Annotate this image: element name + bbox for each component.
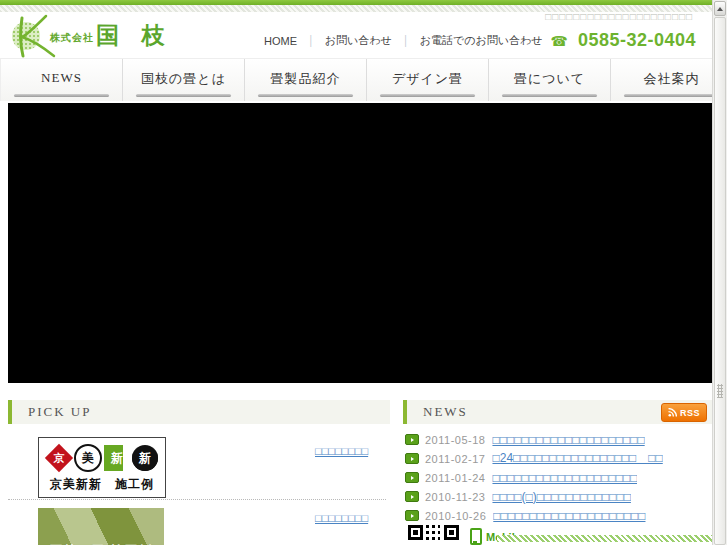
news-row: 2011-01-24 □□□□□□□□□□□□□□□□□□□□: [405, 468, 713, 487]
news-section-header: NEWS RSS: [403, 400, 713, 424]
news-date: 2011-01-24: [425, 472, 485, 484]
news-bullet-icon: [405, 491, 419, 502]
pickup-divider: [8, 499, 386, 500]
company-logo[interactable]: 株式会社 国 枝: [8, 14, 178, 58]
kyoubishinshin-logos: 京 美 新 新: [39, 444, 165, 472]
pickup-item2-link[interactable]: □□□□□□□□: [315, 512, 368, 524]
tab-underline-bar: [136, 94, 230, 97]
news-bullet-icon: [405, 434, 419, 445]
qr-modules: [426, 525, 440, 540]
utility-nav: HOME ｜ お問い合わせ ｜ お電話でのお問い合わせ ☎ 0585-32-04…: [264, 30, 696, 51]
news-row: 2010-10-26 □□□□□□□□□□□□□□□□□□□□□: [405, 506, 713, 525]
news-bullet-icon: [405, 510, 419, 521]
qr-code: [408, 525, 460, 545]
news-link[interactable]: □□□□□□□□□□□□□□□□□□□□□: [492, 433, 644, 447]
news-row: 2010-11-23 □□□□(□)□□□□□□□□□□□□□: [405, 487, 713, 506]
site-header: 株式会社 国 枝 □□□□□□□□□□□□□□□□□□□□□ HOME ｜ お問…: [0, 12, 713, 58]
news-link[interactable]: □□□□(□)□□□□□□□□□□□□□: [492, 490, 630, 504]
news-link[interactable]: □24□□□□□□□□□□□□□□□□□ □□: [492, 450, 662, 467]
pickup-title: PICK UP: [12, 400, 390, 424]
phone-number: 0585-32-0404: [578, 30, 696, 51]
separator: ｜: [400, 32, 412, 49]
pickup-item1-caption: 京美新新 施工例: [39, 476, 165, 493]
nav-tab-about-tatami[interactable]: 国枝の畳とは: [123, 59, 245, 101]
mobile-phone-icon: [470, 528, 482, 545]
shin-square-icon: 新: [104, 445, 130, 471]
main-nav: NEWS 国枝の畳とは 畳製品紹介 デザイン畳 畳について 会社案内: [0, 58, 727, 101]
page: 株式会社 国 枝 □□□□□□□□□□□□□□□□□□□□□ HOME ｜ お問…: [0, 0, 727, 545]
news-bullet-icon: [405, 453, 419, 464]
nav-tab-products[interactable]: 畳製品紹介: [245, 59, 367, 101]
contact-link[interactable]: お問い合わせ: [325, 33, 392, 48]
news-list: 2011-05-18 □□□□□□□□□□□□□□□□□□□□□ 2011-02…: [405, 430, 713, 525]
pickup-item-kunieda-works-banner[interactable]: 国枝の畳 施工例: [38, 508, 164, 545]
shin-blackcircle-icon: 新: [132, 445, 158, 471]
news-bullet-icon: [405, 472, 419, 483]
header-tagline: □□□□□□□□□□□□□□□□□□□□□: [545, 11, 693, 22]
news-date: 2010-11-23: [425, 491, 485, 503]
news-date: 2010-10-26: [425, 510, 486, 522]
mobile-decorative-strip: [497, 535, 713, 542]
kyo-diamond-icon: 京: [45, 444, 73, 472]
home-link[interactable]: HOME: [264, 35, 297, 47]
hero-banner[interactable]: [8, 103, 713, 383]
qr-finder-icon: [408, 525, 423, 540]
qr-finder-icon: [444, 525, 459, 540]
news-row: 2011-05-18 □□□□□□□□□□□□□□□□□□□□□: [405, 430, 713, 449]
phone-icon: ☎: [550, 33, 567, 49]
scrollbar-thumb[interactable]: [714, 17, 726, 545]
news-link[interactable]: □□□□□□□□□□□□□□□□□□□□: [492, 471, 637, 485]
tab-underline-bar: [380, 94, 474, 97]
nav-tab-news[interactable]: NEWS: [0, 59, 123, 101]
news-date: 2011-02-17: [425, 453, 485, 465]
nav-tab-company[interactable]: 会社案内: [611, 59, 727, 101]
bi-circle-icon: 美: [74, 444, 102, 472]
company-prefix: 株式会社: [50, 31, 94, 45]
news-link[interactable]: □□□□□□□□□□□□□□□□□□□□□: [493, 509, 645, 523]
tab-underline-bar: [14, 94, 108, 97]
rss-label: RSS: [680, 408, 700, 418]
scrollbar-grip-icon: [717, 384, 723, 398]
tab-underline-bar: [258, 94, 352, 97]
pickup-item1-link[interactable]: □□□□□□□□: [315, 445, 368, 457]
rss-feed-icon: [668, 408, 677, 417]
news-date: 2011-05-18: [425, 434, 485, 446]
pickup-section-header: PICK UP: [8, 400, 390, 424]
company-name: 国 枝: [96, 20, 172, 51]
tab-underline-bar: [502, 94, 596, 97]
tab-underline-bar: [624, 94, 718, 97]
nav-tab-design-tatami[interactable]: デザイン畳: [367, 59, 489, 101]
phone-label: お電話でのお問い合わせ: [420, 33, 543, 48]
scrollbar-up-arrow[interactable]: [714, 1, 726, 16]
nav-tab-tatami-info[interactable]: 畳について: [489, 59, 611, 101]
news-row: 2011-02-17 □24□□□□□□□□□□□□□□□□□ □□: [405, 449, 713, 468]
rss-button[interactable]: RSS: [661, 403, 707, 422]
separator: ｜: [305, 32, 317, 49]
pickup-item-kyoubishinshin-banner[interactable]: 京 美 新 新 京美新新 施工例: [38, 437, 166, 498]
vertical-scrollbar[interactable]: [712, 0, 727, 545]
